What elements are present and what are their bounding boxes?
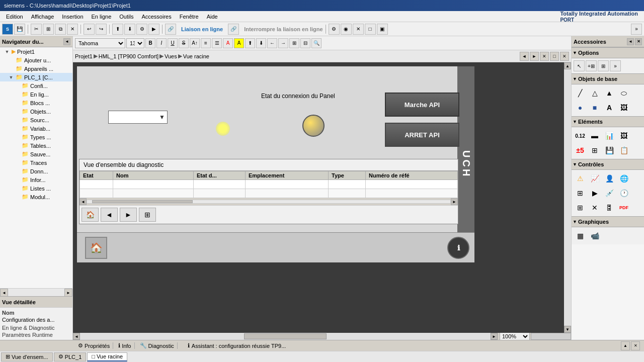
- breadcrumb-hml1[interactable]: HML_1 [TP900 Comfort]: [99, 53, 158, 59]
- fmt-extra2[interactable]: ⬇: [256, 38, 266, 48]
- fmt-grid[interactable]: ⊞: [289, 38, 299, 48]
- hmi-canvas[interactable]: UCH ▼ Etat du connexion du Panel: [77, 66, 474, 262]
- controles-section[interactable]: ▼ Contrôles: [572, 159, 644, 170]
- diag-scroll-right[interactable]: ►: [451, 198, 458, 205]
- el-recipe[interactable]: 📋: [617, 144, 630, 157]
- fmt-align[interactable]: ⊟: [300, 38, 310, 48]
- tree-item-traces[interactable]: 📁 Traces: [0, 158, 72, 167]
- hscroll-track[interactable]: [80, 333, 491, 340]
- graphiques-section[interactable]: ▼ Graphiques: [572, 216, 644, 227]
- el-image-obj[interactable]: 🖼: [617, 129, 630, 142]
- tb-extra4[interactable]: □: [365, 24, 376, 35]
- el-display[interactable]: 0.12: [574, 129, 587, 142]
- el-5[interactable]: ±5: [574, 144, 587, 157]
- breadcrumb-projet1[interactable]: Projet1: [75, 53, 93, 59]
- tree-item-infor[interactable]: 📁 Infor...: [0, 175, 72, 184]
- zoom-slider[interactable]: [531, 333, 571, 340]
- opt-more-btn[interactable]: »: [610, 60, 621, 71]
- status-diagnostic[interactable]: 🔧 Diagnostic: [137, 342, 178, 349]
- obj-ellipse[interactable]: ⬭: [617, 86, 630, 100]
- tree-item-projet1[interactable]: ▼ ▶ Projet1: [0, 47, 72, 56]
- menu-accessoires[interactable]: Accessoires: [137, 13, 175, 21]
- canvas-home-btn[interactable]: 🏠: [85, 237, 107, 259]
- tree-item-blocs[interactable]: 📁 Blocs ...: [0, 99, 72, 107]
- tb-extra3[interactable]: ✕: [353, 24, 364, 35]
- menu-affichage[interactable]: Affichage: [27, 13, 58, 21]
- diag-back-btn[interactable]: ◄: [101, 208, 118, 222]
- hscroll-left[interactable]: ◄: [73, 333, 80, 340]
- task-plc1[interactable]: ⚙ PLC_1: [54, 352, 87, 361]
- obj-circle-filled[interactable]: ●: [574, 101, 587, 114]
- diag-scroll-left[interactable]: ◄: [79, 198, 87, 205]
- el-bar[interactable]: ▬: [588, 129, 601, 142]
- el-table[interactable]: ⊞: [588, 144, 601, 157]
- fmt-underline[interactable]: U: [168, 38, 178, 48]
- tb-compile[interactable]: ⚙: [136, 24, 147, 35]
- acc-expand-btn[interactable]: ◄: [627, 38, 634, 45]
- vscroll-up[interactable]: ▲: [564, 62, 571, 69]
- tree-item-modul[interactable]: 📁 Modul...: [0, 193, 72, 201]
- hmi-dropdown[interactable]: ▼: [108, 111, 168, 124]
- fmt-bg-color[interactable]: A: [234, 38, 244, 48]
- el-graph[interactable]: 📊: [603, 129, 616, 142]
- tree-item-tables[interactable]: 📁 Tables...: [0, 141, 72, 150]
- status-collapse-btn[interactable]: ✕: [631, 341, 640, 350]
- tb-extra5[interactable]: ▣: [377, 24, 388, 35]
- breadcrumb-window-close[interactable]: ✕: [560, 52, 569, 61]
- acc-collapse-btn[interactable]: ✕: [635, 38, 642, 45]
- tb-save[interactable]: 💾: [14, 24, 25, 35]
- tb-run[interactable]: ▶: [148, 24, 159, 35]
- font-selector[interactable]: Tahoma: [75, 38, 125, 48]
- ctrl-web[interactable]: 🌐: [617, 172, 630, 185]
- menu-aide[interactable]: Aide: [203, 13, 222, 21]
- fmt-align-left[interactable]: ≡: [201, 38, 211, 48]
- elements-section[interactable]: ▼ Eléments: [572, 116, 644, 127]
- fmt-font-color[interactable]: A: [223, 38, 233, 48]
- breadcrumb-vues[interactable]: Vues: [165, 53, 177, 59]
- tree-item-listes[interactable]: 📁 Listes ...: [0, 184, 72, 193]
- status-properties[interactable]: ⚙ Propriétés: [75, 342, 113, 349]
- opt-add-btn[interactable]: +⊞: [586, 60, 597, 71]
- tb-redo[interactable]: ↪: [96, 24, 107, 35]
- tree-item-confi[interactable]: 📁 Confi...: [0, 81, 72, 90]
- tree-item-variab[interactable]: 📁 Variab...: [0, 124, 72, 133]
- nav-scroll-left[interactable]: ◄: [0, 289, 8, 297]
- tree-item-ajouter[interactable]: 📁 Ajouter u...: [0, 56, 72, 64]
- tb-more[interactable]: »: [631, 24, 642, 35]
- ctrl-clock[interactable]: 🕐: [617, 187, 630, 200]
- tb-link2[interactable]: 🔗: [228, 24, 239, 35]
- el-disk[interactable]: 💾: [603, 144, 616, 157]
- ctrl-syringe[interactable]: 💉: [603, 187, 616, 200]
- nav-collapse-btn[interactable]: ◄: [63, 38, 70, 45]
- diag-home-btn[interactable]: 🏠: [82, 208, 99, 222]
- ctrl-trend[interactable]: 📈: [588, 172, 601, 185]
- breadcrumb-expand[interactable]: ►: [530, 52, 539, 61]
- obj-rect-filled[interactable]: ■: [588, 101, 601, 114]
- diag-forward-btn[interactable]: ►: [120, 208, 137, 222]
- obj-line[interactable]: ╱: [574, 86, 587, 100]
- fmt-strike[interactable]: S: [179, 38, 189, 48]
- status-expand-btn[interactable]: ▲: [621, 341, 630, 350]
- objets-base-section[interactable]: ▼ Objets de base: [572, 73, 644, 84]
- ctrl-dial[interactable]: 🎛: [603, 201, 616, 214]
- size-selector[interactable]: 13: [126, 38, 144, 48]
- tb-extra2[interactable]: ◉: [341, 24, 352, 35]
- vscroll-track[interactable]: [564, 69, 571, 326]
- nav-scroll-right[interactable]: ►: [64, 289, 72, 297]
- tb-close[interactable]: ✕: [67, 24, 78, 35]
- menu-edition[interactable]: Edition: [2, 13, 27, 21]
- fmt-bold[interactable]: B: [145, 38, 155, 48]
- nav-scroll-track[interactable]: [8, 289, 64, 296]
- diag-table-btn[interactable]: ⊞: [139, 208, 156, 222]
- breadcrumb-vue-racine[interactable]: Vue racine: [183, 53, 209, 59]
- status-info[interactable]: ℹ Info: [115, 342, 134, 349]
- tb-extra1[interactable]: ⚙: [329, 24, 340, 35]
- ctrl-pdf[interactable]: PDF: [617, 201, 630, 214]
- menu-en-ligne[interactable]: En ligne: [88, 13, 116, 21]
- obj-triangle-filled[interactable]: ▲: [603, 86, 616, 100]
- tree-item-enlig[interactable]: 📁 En lig...: [0, 90, 72, 99]
- diag-scroll-track[interactable]: [87, 200, 451, 204]
- opt-cursor-btn[interactable]: ↖: [574, 60, 585, 71]
- obj-image[interactable]: 🖼: [617, 101, 630, 114]
- gfx-barcode[interactable]: ▦: [574, 229, 587, 242]
